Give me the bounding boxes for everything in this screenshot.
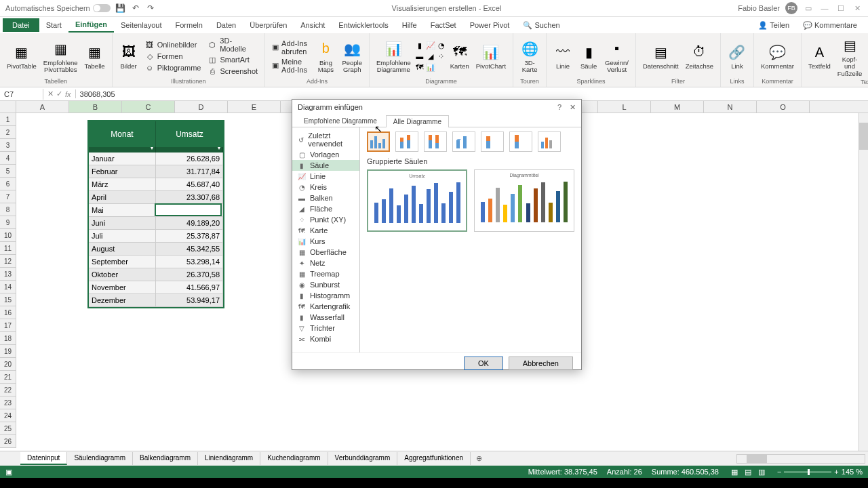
col-header-A[interactable]: A [16, 101, 69, 113]
table-button[interactable]: ▦Tabelle [82, 41, 108, 71]
tab-hilfe[interactable]: Hilfe [395, 18, 424, 32]
search[interactable]: 🔍 Suchen [516, 18, 566, 33]
cat-funnel[interactable]: ▽Trichter [292, 323, 359, 333]
comments-button[interactable]: 💬 Kommentare [797, 20, 863, 31]
sparkline-col-button[interactable]: ▮Säule [576, 41, 601, 71]
tab-start[interactable]: Start [39, 18, 68, 32]
zoom-level[interactable]: 145 % [842, 468, 863, 476]
sheet-tab[interactable]: Aggregatfunktionen [397, 452, 471, 465]
link-button[interactable]: 🔗Link [725, 41, 749, 71]
name-box[interactable]: C7 [0, 89, 43, 100]
chart-preview-2[interactable]: Diagrammtitel [474, 169, 574, 232]
row-header-11[interactable]: 11 [0, 242, 16, 255]
3dmap-button[interactable]: 🌐3D- Karte [517, 38, 542, 75]
view-layout-icon[interactable]: ▤ [742, 467, 754, 476]
row-header-7[interactable]: 7 [0, 190, 16, 203]
col-header-E[interactable]: E [228, 101, 281, 113]
enter-formula-icon[interactable]: ✓ [56, 89, 62, 98]
zoom-slider[interactable] [784, 471, 831, 473]
dialog-help-icon[interactable]: ? [557, 103, 561, 112]
sheet-tab[interactable]: Verbunddiagramm [328, 452, 398, 465]
autosave-toggle[interactable]: Automatisches Speichern [5, 4, 111, 12]
online-pictures-button[interactable]: 🖼Onlinebilder [142, 39, 204, 50]
row-header-14[interactable]: 14 [0, 281, 16, 293]
chart-scatter-icon[interactable]: ⁘ [437, 52, 446, 61]
formula-input[interactable]: 38068,305 [76, 89, 868, 100]
cat-bar[interactable]: ▬Balken [292, 192, 359, 203]
cancel-button[interactable]: Abbrechen [509, 357, 573, 370]
chart-bar-icon[interactable]: ▬ [415, 52, 425, 61]
col-header-O[interactable]: O [757, 101, 810, 113]
cat-combo[interactable]: ⫘Kombi [292, 333, 359, 344]
row-header-4[interactable]: 4 [0, 152, 16, 165]
pictograms-button[interactable]: ☺Piktogramme [142, 62, 204, 73]
maximize-icon[interactable]: ☐ [835, 3, 846, 14]
save-icon[interactable]: 💾 [116, 3, 125, 13]
zoom-in-icon[interactable]: + [834, 468, 838, 476]
chart-col-icon[interactable]: ▮ [415, 41, 425, 50]
tab-formeln[interactable]: Formeln [169, 18, 210, 32]
row-header-17[interactable]: 17 [0, 319, 16, 332]
col-header-M[interactable]: M [651, 101, 704, 113]
recommended-charts-button[interactable]: 📊Empfohlene Diagramme [374, 38, 414, 75]
timeline-button[interactable]: ⏱Zeitachse [683, 41, 716, 71]
header-footer-button[interactable]: ▤Kopf- und Fußzeile [835, 35, 865, 79]
chart-map-icon[interactable]: 🗺 [415, 62, 425, 72]
chart-preview-1[interactable]: Umsatz [367, 169, 467, 232]
col-header-L[interactable]: L [598, 101, 651, 113]
row-header-6[interactable]: 6 [0, 178, 16, 190]
sheet-tab[interactable]: Dateninput [20, 452, 67, 465]
tab-powerpivot[interactable]: Power Pivot [463, 18, 517, 32]
screenshot-button[interactable]: ⎙Screenshot [205, 66, 260, 77]
table-row[interactable]: März45.687,40 [89, 178, 223, 191]
tab-einfuegen[interactable]: Einfügen [68, 18, 114, 33]
row-header-22[interactable]: 22 [0, 384, 16, 396]
view-normal-icon[interactable]: ▦ [728, 467, 741, 476]
pivotchart-button[interactable]: 📊PivotChart [473, 41, 509, 71]
shapes-button[interactable]: ◇Formen [142, 51, 204, 62]
cat-radar[interactable]: ✦Netz [292, 258, 359, 268]
table-row[interactable]: Oktober26.370,58 [89, 268, 223, 281]
cat-sunburst[interactable]: ◉Sunburst [292, 279, 359, 290]
undo-icon[interactable]: ↶ [131, 3, 140, 13]
comment-button[interactable]: 💬Kommentar [758, 41, 797, 71]
pivottable-button[interactable]: ▦PivotTable [4, 41, 39, 71]
tab-ansicht[interactable]: Ansicht [294, 18, 332, 32]
bing-maps-button[interactable]: bBing Maps [313, 38, 338, 75]
sheet-tab[interactable]: Säulendiagramm [67, 452, 133, 465]
select-all-corner[interactable] [0, 101, 16, 113]
table-row[interactable]: September53.298,14 [89, 256, 223, 268]
chart-pie-icon[interactable]: ◔ [437, 41, 446, 50]
table-header-monat[interactable]: Monat [89, 121, 156, 147]
table-row[interactable]: November41.566,97 [89, 281, 223, 294]
cat-histogram[interactable]: ▮Histogramm [292, 290, 359, 301]
horizontal-scrollbar[interactable] [736, 454, 865, 464]
table-row[interactable]: Januar26.628,69 [89, 152, 223, 165]
pictures-button[interactable]: 🖼Bilder [117, 41, 141, 71]
textbox-button[interactable]: ATextfeld [806, 41, 833, 71]
row-header-13[interactable]: 13 [0, 268, 16, 281]
subtype-clustered-column[interactable] [367, 131, 390, 152]
dialog-close-icon[interactable]: ✕ [570, 103, 576, 112]
filter-umsatz[interactable] [156, 147, 223, 152]
cancel-formula-icon[interactable]: ✕ [47, 89, 54, 98]
col-header-C[interactable]: C [122, 101, 175, 113]
recommended-pivot-button[interactable]: ▦Empfohlene PivotTables [41, 38, 81, 75]
tab-ueberpruefen[interactable]: Überprüfen [243, 18, 294, 32]
row-header-10[interactable]: 10 [0, 229, 16, 242]
row-header-12[interactable]: 12 [0, 255, 16, 268]
row-header-24[interactable]: 24 [0, 409, 16, 422]
chart-stock-icon[interactable]: 📊 [426, 62, 435, 72]
sheet-tab[interactable]: Liniendiagramm [198, 452, 260, 465]
row-header-2[interactable]: 2 [0, 126, 16, 139]
subtype-3d-clustered[interactable] [452, 131, 475, 152]
table-row[interactable]: April23.307,68 [89, 191, 223, 204]
row-header-15[interactable]: 15 [0, 293, 16, 306]
cat-pie[interactable]: ◔Kreis [292, 182, 359, 192]
row-header-18[interactable]: 18 [0, 332, 16, 345]
maps-button[interactable]: 🗺Karten [448, 41, 472, 71]
chart-line-icon[interactable]: 📈 [426, 41, 435, 50]
vertical-scrollbar[interactable] [859, 113, 868, 451]
view-pagebreak-icon[interactable]: ▥ [755, 467, 768, 476]
avatar[interactable]: FB [785, 2, 797, 14]
